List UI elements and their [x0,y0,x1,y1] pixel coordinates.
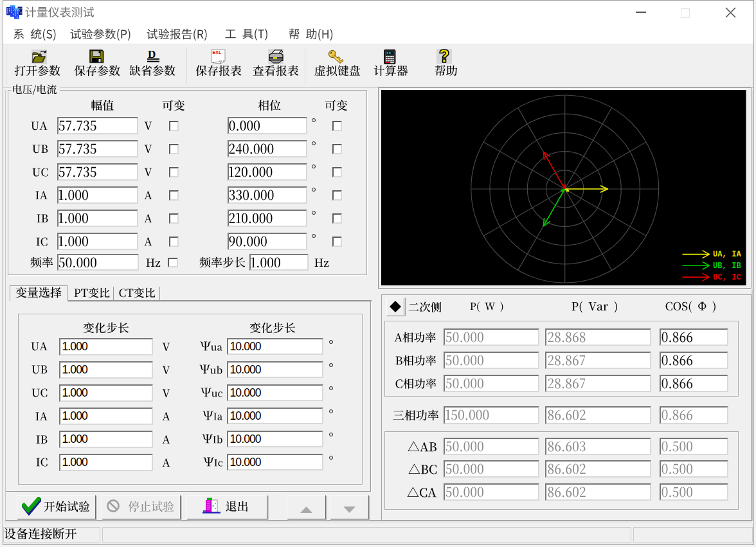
svg-text:D: D [148,48,156,60]
svg-text:EXL: EXL [213,50,222,55]
